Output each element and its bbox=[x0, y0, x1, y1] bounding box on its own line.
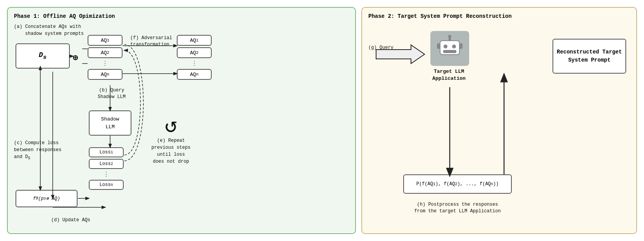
target-llm-label: Target LLMApplication bbox=[426, 68, 472, 82]
svg-point-13 bbox=[444, 45, 447, 48]
robot-svg bbox=[436, 35, 463, 62]
ftheta-box: fθ(ps ⊕ AQ) bbox=[16, 190, 78, 207]
dots-loss: ⋮ bbox=[89, 170, 124, 178]
loss2-box: Loss2 bbox=[89, 159, 124, 169]
ds-label: Ds bbox=[39, 51, 47, 61]
label-e: (e) Repeatprevious stepsuntil lossdoes n… bbox=[148, 137, 194, 165]
aq-stack-left: AQ1 AQ2 ⋮ AQn bbox=[88, 35, 123, 80]
robot-container bbox=[430, 31, 469, 66]
reconstructed-box: Reconstructed TargetSystem Prompt bbox=[552, 39, 626, 74]
aq2-box-left: AQ2 bbox=[88, 47, 123, 58]
lossn-box: Lossn bbox=[89, 180, 124, 190]
aq-stack-right: AQ1 AQ2 ⋮ AQn bbox=[177, 35, 212, 80]
dots-left: ⋮ bbox=[88, 60, 123, 67]
svg-rect-18 bbox=[437, 43, 440, 49]
pf-box: P(f(AQ1), f(AQ2), ..., f(AQn)) bbox=[403, 174, 512, 194]
phase2-title: Phase 2: Target System Prompt Reconstruc… bbox=[368, 13, 630, 19]
dots-right: ⋮ bbox=[177, 60, 212, 67]
aq1-box-left: AQ1 bbox=[88, 35, 123, 46]
phase1-inner: (a) Concatenate AQs with shadow system p… bbox=[14, 23, 349, 238]
phase1-title: Phase 1: Offline AQ Opimization bbox=[14, 13, 349, 19]
aq2-box-right: AQ2 bbox=[177, 47, 212, 58]
label-g: (g) Query bbox=[368, 45, 394, 51]
aqn-box-right: AQn bbox=[177, 69, 212, 80]
phase2-box: Phase 2: Target System Prompt Reconstruc… bbox=[361, 7, 637, 234]
main-container: Phase 1: Offline AQ Opimization (a) Conc… bbox=[0, 0, 644, 241]
svg-rect-19 bbox=[459, 43, 463, 49]
loss1-box: Loss1 bbox=[89, 147, 124, 157]
label-a: (a) Concatenate AQs with shadow system p… bbox=[14, 23, 84, 37]
svg-point-17 bbox=[448, 35, 451, 38]
label-h: (h) Postprocess the responsesfrom the ta… bbox=[392, 201, 523, 215]
ds-box: Ds bbox=[16, 43, 70, 69]
aq1-box-right: AQ1 bbox=[177, 35, 212, 46]
aqn-box-left: AQn bbox=[88, 69, 123, 80]
shadow-llm-box: ShadowLLM bbox=[89, 110, 131, 136]
label-b: (b) QueryShadow LLM bbox=[98, 87, 126, 100]
phase1-box: Phase 1: Offline AQ Opimization (a) Conc… bbox=[7, 7, 356, 234]
label-c: (c) Compute lossbetween responsesand DS bbox=[14, 139, 61, 161]
svg-rect-15 bbox=[443, 50, 456, 53]
phase2-inner: (g) Query bbox=[368, 23, 630, 238]
svg-point-14 bbox=[452, 45, 456, 48]
label-d: (d) Update AQs bbox=[51, 217, 90, 224]
repeat-section: ↺ (e) Repeatprevious stepsuntil lossdoes… bbox=[148, 116, 194, 165]
repeat-icon: ↺ bbox=[148, 116, 194, 137]
loss-stack: Loss1 Loss2 ⋮ Lossn bbox=[89, 147, 124, 190]
label-f: (f) Adversarialtransformation bbox=[130, 35, 172, 48]
oplus-symbol: ⊕ bbox=[73, 53, 78, 63]
